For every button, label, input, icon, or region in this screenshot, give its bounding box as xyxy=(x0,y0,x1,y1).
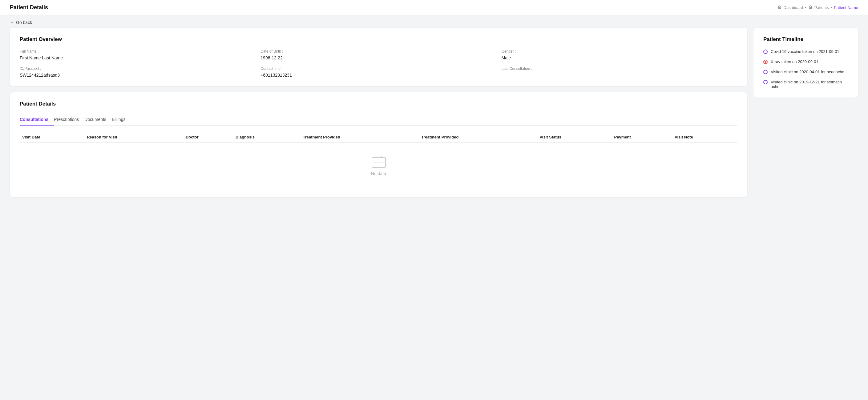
full-name-field: Full Name : First Name Last Name xyxy=(20,49,255,60)
last-consult-field: Last Consultation : xyxy=(502,66,738,77)
timeline-title: Patient Timeline xyxy=(763,36,848,42)
right-panel: Patient Timeline Covid 19 vaccine taken … xyxy=(753,28,858,197)
no-data-icon xyxy=(371,155,386,168)
timeline-dot xyxy=(763,70,768,74)
dob-field: Date of Birth : 1998-12-22 xyxy=(260,49,496,60)
ic-field: IC/Passport : SW1244212adsasd3 xyxy=(20,66,255,77)
timeline-dot xyxy=(763,60,768,64)
breadcrumb-current: Patient Name xyxy=(834,5,858,10)
arrow-left-icon: ← xyxy=(10,20,14,25)
timeline-item-text: Covid 19 vaccine taken on 2021-09-01 xyxy=(771,49,839,54)
svg-rect-3 xyxy=(380,162,383,163)
go-back-row: ← Go back xyxy=(0,15,868,28)
consultations-table-container: Visit Date Reason for Visit Doctor Diagn… xyxy=(20,132,738,188)
timeline-item: Visited clinic on 2020-04-01 for headach… xyxy=(763,70,848,74)
gender-field: Gender : Male xyxy=(502,49,738,60)
timeline-list: Covid 19 vaccine taken on 2021-09-01X-ra… xyxy=(763,49,848,89)
ic-label: IC/Passport : xyxy=(20,66,255,71)
tab-documents[interactable]: Documents xyxy=(84,114,112,126)
svg-rect-2 xyxy=(377,162,380,163)
last-consult-label: Last Consultation : xyxy=(502,66,738,71)
left-panel: Patient Overview Full Name : First Name … xyxy=(10,28,747,197)
timeline-card: Patient Timeline Covid 19 vaccine taken … xyxy=(753,28,858,98)
timeline-item-text: Visited clinic on 2020-04-01 for headach… xyxy=(771,70,844,74)
page-title: Patient Details xyxy=(10,4,48,11)
consultations-table: Visit Date Reason for Visit Doctor Diagn… xyxy=(20,132,738,143)
patient-details-card: Patient Details Consultations Prescripti… xyxy=(10,92,747,197)
tabs-container: Consultations Prescriptions Documents Bi… xyxy=(20,114,738,126)
svg-rect-1 xyxy=(374,162,377,163)
contact-value: +601132313231 xyxy=(260,73,496,77)
breadcrumb-sep2: • xyxy=(831,5,832,10)
home-icon xyxy=(777,5,782,10)
timeline-dot xyxy=(763,80,768,84)
gender-label: Gender : xyxy=(502,49,738,54)
col-diagnosis: Diagnosis xyxy=(233,132,301,143)
breadcrumb-sep1: • xyxy=(805,5,806,10)
dob-label: Date of Birth : xyxy=(260,49,496,54)
ic-value: SW1244212adsasd3 xyxy=(20,73,255,77)
breadcrumb-patients[interactable]: Patients xyxy=(814,5,829,10)
tab-consultations[interactable]: Consultations xyxy=(20,114,54,126)
col-treatment-2: Treatment Provided xyxy=(419,132,537,143)
go-back-button[interactable]: ← Go back xyxy=(10,20,32,25)
main-content: Patient Overview Full Name : First Name … xyxy=(0,28,868,207)
dob-value: 1998-12-22 xyxy=(260,55,496,60)
contact-label: Contact Info : xyxy=(260,66,496,71)
col-treatment-1: Treatment Provided xyxy=(301,132,419,143)
timeline-dot xyxy=(763,49,768,54)
timeline-item: Visited clinic on 2019-12-21 for stomach… xyxy=(763,80,848,89)
table-header: Visit Date Reason for Visit Doctor Diagn… xyxy=(20,132,738,143)
col-visit-note: Visit Note xyxy=(672,132,738,143)
contact-field: Contact Info : +601132313231 xyxy=(260,66,496,77)
full-name-value: First Name Last Name xyxy=(20,55,255,60)
patient-details-title: Patient Details xyxy=(20,101,738,107)
col-payment: Payment xyxy=(612,132,672,143)
patient-overview-card: Patient Overview Full Name : First Name … xyxy=(10,28,747,86)
home-icon-2 xyxy=(808,5,813,10)
go-back-label: Go back xyxy=(16,20,32,25)
breadcrumb-dashboard[interactable]: Dashboard xyxy=(784,5,803,10)
col-visit-status: Visit Status xyxy=(537,132,612,143)
timeline-item: X-ray taken on 2020-09-01 xyxy=(763,59,848,64)
no-data-state: No data xyxy=(20,143,738,188)
timeline-item: Covid 19 vaccine taken on 2021-09-01 xyxy=(763,49,848,54)
top-bar: Patient Details Dashboard • Patients • P… xyxy=(0,0,868,15)
col-reason: Reason for Visit xyxy=(84,132,183,143)
overview-grid: Full Name : First Name Last Name Date of… xyxy=(20,49,738,77)
full-name-label: Full Name : xyxy=(20,49,255,54)
tab-prescriptions[interactable]: Prescriptions xyxy=(54,114,84,126)
col-doctor: Doctor xyxy=(183,132,233,143)
no-data-label: No data xyxy=(371,171,386,176)
timeline-item-text: Visited clinic on 2019-12-21 for stomach… xyxy=(771,80,848,89)
col-visit-date: Visit Date xyxy=(20,132,84,143)
tab-billings[interactable]: Billings xyxy=(112,114,131,126)
breadcrumb: Dashboard • Patients • Patient Name xyxy=(777,5,858,10)
timeline-item-text: X-ray taken on 2020-09-01 xyxy=(771,59,818,64)
gender-value: Male xyxy=(502,55,738,60)
patient-overview-title: Patient Overview xyxy=(20,36,738,42)
